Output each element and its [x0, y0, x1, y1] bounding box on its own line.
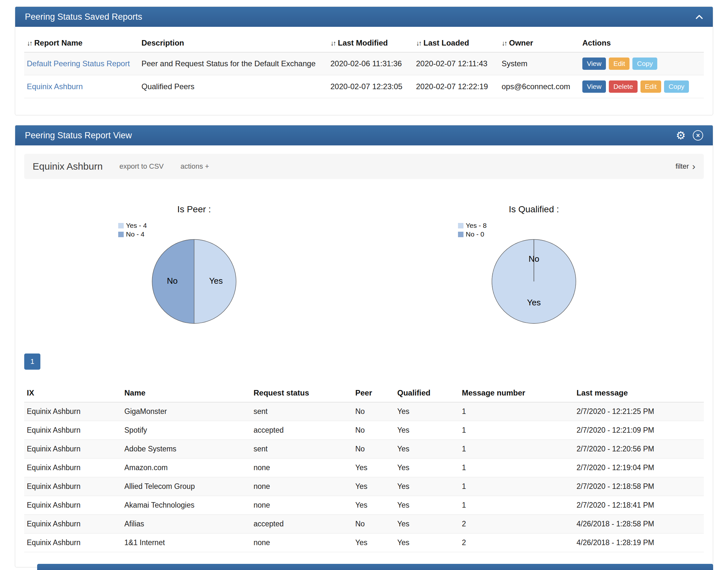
- is-qualified-pie-chart: YesNo: [490, 238, 578, 325]
- actions-cell: ViewDeleteEditCopy: [580, 75, 704, 98]
- svg-text:No: No: [167, 276, 178, 286]
- sort-icon[interactable]: ↓↑: [27, 39, 32, 47]
- copy-button[interactable]: Copy: [664, 80, 689, 93]
- is-qualified-chart-title: Is Qualified :: [509, 204, 559, 215]
- legend-item: Yes - 4: [118, 222, 270, 229]
- report-view-panel-header: Peering Status Report View ⚙ ×: [15, 125, 713, 146]
- svg-text:No: No: [528, 254, 539, 264]
- result-cell: 2/7/2020 - 12:20:56 PM: [574, 440, 704, 459]
- copy-button[interactable]: Copy: [632, 57, 657, 70]
- result-cell: Amazon.com: [122, 459, 251, 477]
- result-cell: Equinix Ashburn: [24, 477, 122, 496]
- results-header-row: IXNameRequest statusPeerQualifiedMessage…: [24, 384, 704, 402]
- result-cell: Yes: [395, 440, 459, 459]
- results-table-wrap: IXNameRequest statusPeerQualifiedMessage…: [24, 384, 704, 552]
- result-cell: 1: [459, 402, 574, 421]
- column-report-name[interactable]: ↓↑Report Name: [24, 34, 139, 52]
- column-last-loaded[interactable]: ↓↑Last Loaded: [414, 34, 499, 52]
- legend-label: No - 4: [126, 230, 144, 238]
- result-row: Equinix AshburnAfiliasacceptedNoYes24/26…: [24, 515, 704, 534]
- result-cell: none: [251, 534, 353, 552]
- result-cell: Yes: [395, 421, 459, 440]
- view-button[interactable]: View: [582, 80, 606, 93]
- report-cell: 2020-02-06 11:31:36: [328, 52, 414, 75]
- edit-button[interactable]: Edit: [641, 80, 661, 93]
- result-row: Equinix AshburnAllied Telecom GroupnoneY…: [24, 477, 704, 496]
- column-request-status: Request status: [251, 384, 353, 402]
- legend-item: Yes - 8: [458, 222, 610, 229]
- results-table: IXNameRequest statusPeerQualifiedMessage…: [24, 384, 704, 552]
- is-peer-chart: Is Peer :Yes - 4No - 4YesNo: [24, 204, 364, 325]
- result-cell: 2/7/2020 - 12:18:41 PM: [574, 496, 704, 515]
- filter-label: filter: [675, 162, 689, 171]
- actions-menu-link[interactable]: actions +: [180, 162, 209, 171]
- result-cell: 2/7/2020 - 12:18:58 PM: [574, 477, 704, 496]
- sort-icon[interactable]: ↓↑: [330, 39, 335, 47]
- delete-button[interactable]: Delete: [609, 80, 638, 93]
- close-x-glyph: ×: [696, 132, 700, 139]
- sort-icon[interactable]: ↓↑: [502, 39, 507, 47]
- report-name-link[interactable]: Equinix Ashburn: [27, 82, 83, 91]
- result-cell: 1: [459, 496, 574, 515]
- result-cell: accepted: [251, 515, 353, 534]
- result-cell: Yes: [353, 459, 395, 477]
- result-row: Equinix AshburnGigaMonstersentNoYes12/7/…: [24, 402, 704, 421]
- result-row: Equinix AshburnAkamai TechnologiesnoneYe…: [24, 496, 704, 515]
- column-last-modified[interactable]: ↓↑Last Modified: [328, 34, 414, 52]
- is-peer-pie-chart: YesNo: [150, 238, 238, 325]
- result-cell: No: [353, 402, 395, 421]
- result-cell: accepted: [251, 421, 353, 440]
- saved-reports-panel: Peering Status Saved Reports ↓↑Report Na…: [15, 6, 713, 115]
- result-row: Equinix Ashburn1&1 InternetnoneYesYes24/…: [24, 534, 704, 552]
- result-cell: none: [251, 477, 353, 496]
- report-name-link[interactable]: Default Peering Status Report: [27, 59, 130, 68]
- legend-item: No - 4: [118, 230, 270, 238]
- svg-text:Yes: Yes: [527, 298, 541, 307]
- result-cell: Yes: [395, 515, 459, 534]
- view-button[interactable]: View: [582, 57, 606, 70]
- sort-icon[interactable]: ↓↑: [416, 39, 421, 47]
- result-cell: Yes: [395, 402, 459, 421]
- result-row: Equinix AshburnAmazon.comnoneYesYes12/7/…: [24, 459, 704, 477]
- close-panel-icon[interactable]: ×: [693, 130, 703, 140]
- is-peer-legend: Yes - 4No - 4: [118, 222, 270, 238]
- result-cell: Yes: [353, 496, 395, 515]
- settings-gear-icon[interactable]: ⚙: [676, 130, 686, 141]
- filter-toggle[interactable]: filter ›: [675, 162, 695, 171]
- result-cell: 1&1 Internet: [122, 534, 251, 552]
- column-name: Name: [122, 384, 251, 402]
- report-cell: Qualified Peers: [139, 75, 328, 98]
- page-1-button[interactable]: 1: [24, 353, 40, 370]
- result-cell: 1: [459, 421, 574, 440]
- result-cell: Equinix Ashburn: [24, 440, 122, 459]
- report-cell: 2020-02-07 12:11:43: [414, 52, 499, 75]
- result-cell: none: [251, 459, 353, 477]
- result-cell: 2: [459, 515, 574, 534]
- report-toolbar: Equinix Ashburn export to CSV actions + …: [24, 154, 704, 179]
- result-cell: Yes: [353, 477, 395, 496]
- column-owner[interactable]: ↓↑Owner: [499, 34, 580, 52]
- is-qualified-legend: Yes - 8No - 0: [458, 222, 610, 238]
- result-cell: Yes: [395, 534, 459, 552]
- actions-cell: ViewEditCopy: [580, 52, 704, 75]
- is-qualified-chart: Is Qualified :Yes - 8No - 0YesNo: [364, 204, 704, 325]
- column-peer: Peer: [353, 384, 395, 402]
- result-cell: Equinix Ashburn: [24, 534, 122, 552]
- legend-item: No - 0: [458, 230, 610, 238]
- result-cell: No: [353, 421, 395, 440]
- export-csv-link[interactable]: export to CSV: [119, 162, 164, 171]
- saved-reports-panel-body: ↓↑Report NameDescription↓↑Last Modified↓…: [15, 27, 713, 115]
- saved-reports-header-row: ↓↑Report NameDescription↓↑Last Modified↓…: [24, 34, 704, 52]
- report-view-panel-body: Equinix Ashburn export to CSV actions + …: [15, 146, 713, 567]
- result-cell: Equinix Ashburn: [24, 515, 122, 534]
- report-cell: ops@6connect.com: [499, 75, 580, 98]
- result-cell: 4/26/2018 - 1:28:58 PM: [574, 515, 704, 534]
- report-name-label: Equinix Ashburn: [33, 161, 103, 172]
- saved-report-row: Default Peering Status ReportPeer and Re…: [24, 52, 704, 75]
- next-panel-header-peek: [37, 564, 713, 570]
- edit-button[interactable]: Edit: [609, 57, 630, 70]
- collapse-panel-icon[interactable]: [695, 15, 703, 19]
- column-ix: IX: [24, 384, 122, 402]
- result-cell: sent: [251, 402, 353, 421]
- report-cell: 2020-02-07 12:22:19: [414, 75, 499, 98]
